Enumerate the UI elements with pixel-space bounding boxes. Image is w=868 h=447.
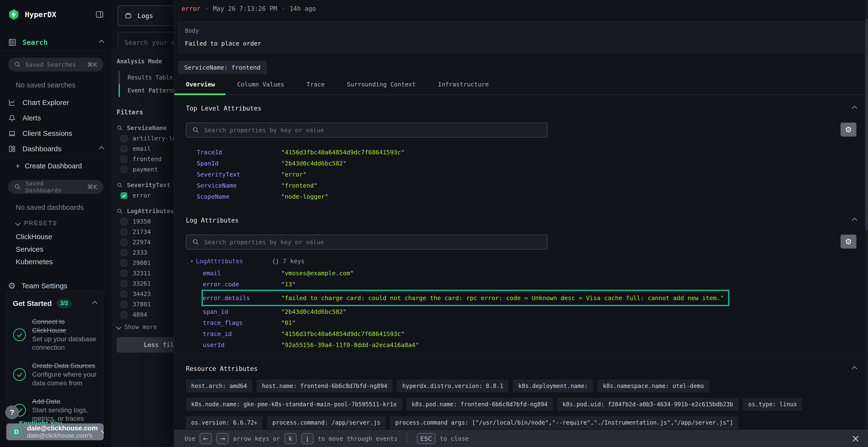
key-cap-k[interactable]: k <box>284 433 297 444</box>
collapse-section-icon[interactable] <box>852 218 858 223</box>
resource-attribute-chip[interactable]: k8s.pod.name: frontend-6b6c8d7bfd-ng894 <box>406 398 553 411</box>
scrollbar[interactable] <box>865 0 868 447</box>
attribute-value[interactable]: "error" <box>281 171 857 178</box>
properties-search-input[interactable]: Search properties by key or value <box>186 123 548 138</box>
resource-attribute-chip[interactable]: os.version: 6.6.72+ <box>186 416 263 429</box>
resource-attribute-chip[interactable]: process.command args: ["/usr/local/bin/n… <box>390 416 739 429</box>
attribute-key[interactable]: TraceId <box>197 149 281 156</box>
resource-attribute-chip[interactable]: hyperdx.distro.version: 0.8.1 <box>397 380 508 392</box>
checkbox[interactable] <box>121 156 127 163</box>
sidebar-item-chart-explorer[interactable]: Chart Explorer <box>0 95 112 110</box>
sidebar-item-alerts[interactable]: Alerts <box>0 110 112 126</box>
chevron-up-icon[interactable] <box>92 301 98 306</box>
collapse-section-icon[interactable] <box>852 106 858 111</box>
attribute-value[interactable]: "failed to charge card: could not charge… <box>281 295 724 302</box>
tab-surrounding-context[interactable]: Surrounding Context <box>347 81 416 94</box>
resource-attribute-chip[interactable]: k8s.namespace.name: otel-demo <box>597 380 709 392</box>
sidebar-collapse-icon[interactable] <box>95 10 104 19</box>
resource-attribute-chip[interactable]: os.type: linux <box>743 398 802 411</box>
user-card[interactable]: D dale@clickhouse.com dale@clickhouse.co… <box>6 423 104 440</box>
attribute-row[interactable]: userId"92a55156-39a4-11f0-8ddd-a2eca416a… <box>203 339 857 350</box>
attribute-key[interactable]: email <box>203 270 281 277</box>
attribute-row[interactable]: TraceId"4156d3fbc40a64854d9dc7f68641593c… <box>197 147 857 158</box>
checkbox[interactable] <box>121 249 127 256</box>
checkbox[interactable] <box>121 166 127 173</box>
key-cap-esc[interactable]: ESC <box>417 433 435 444</box>
checkbox[interactable] <box>121 301 127 308</box>
attribute-key[interactable]: userId <box>203 342 281 348</box>
key-cap-→[interactable]: → <box>217 433 228 444</box>
attribute-value[interactable]: "4156d3fbc40a64854d9dc7f68641593c" <box>281 331 857 337</box>
resource-attribute-chip[interactable]: host.name: frontend-6b6c8d7bfd-ng894 <box>256 380 393 392</box>
checkbox[interactable] <box>121 280 127 287</box>
attribute-value[interactable]: "frontend" <box>281 182 857 189</box>
presets-toggle[interactable]: PRESETS <box>0 220 112 227</box>
log-attributes-root[interactable]: ▾ LogAttributes {} 7 keys <box>190 258 857 265</box>
get-started-item[interactable]: Add DataStart sending logs, metrics, or … <box>13 397 97 423</box>
attribute-key[interactable]: trace_flags <box>203 319 281 326</box>
attribute-value[interactable]: "4156d3fbc40a64854d9dc7f68641593c" <box>281 149 857 156</box>
attribute-value[interactable]: "92a55156-39a4-11f0-8ddd-a2eca416a8a4" <box>281 342 857 348</box>
attribute-value[interactable]: "2b43d0c4dd6bc582" <box>281 308 857 315</box>
get-started-header[interactable]: Get Started 3/3 <box>13 299 97 308</box>
attribute-key[interactable]: SeverityText <box>197 171 281 178</box>
service-name-tag[interactable]: ServiceName: frontend <box>178 61 267 74</box>
chevron-up-icon[interactable] <box>99 146 104 152</box>
attributes-settings-button[interactable]: ⚙ <box>840 235 857 248</box>
chevron-up-icon[interactable] <box>99 40 104 45</box>
sidebar-item-client-sessions[interactable]: Client Sessions <box>0 126 112 141</box>
attribute-row[interactable]: trace_id"4156d3fbc40a64854d9dc7f68641593… <box>203 328 857 339</box>
attribute-key[interactable]: error.details <box>203 295 281 302</box>
key-cap-j[interactable]: j <box>301 433 313 444</box>
preset-item-services[interactable]: Services <box>0 243 112 255</box>
attribute-row[interactable]: span_id"2b43d0c4dd6bc582" <box>203 306 857 317</box>
checkbox[interactable] <box>121 291 127 298</box>
tab-column-values[interactable]: Column Values <box>237 81 284 94</box>
get-started-item[interactable]: Create Data SourcesConfigure where your … <box>13 362 97 387</box>
checkbox[interactable] <box>121 229 127 235</box>
resource-attribute-chip[interactable]: k8s.pod.uid: f284fb2d-a0b3-4634-991b-e2c… <box>557 398 739 411</box>
resource-attribute-chip[interactable]: k8s.deployment.name: <box>513 380 593 392</box>
attribute-key[interactable]: ServiceName <box>197 182 281 189</box>
checkbox[interactable] <box>121 192 127 199</box>
saved-searches-input[interactable]: Saved Searches ⌘K <box>8 58 103 72</box>
resource-attribute-chip[interactable]: k8s.node.name: gke-pme-k8s-standard-main… <box>186 398 402 411</box>
help-button[interactable]: ? <box>5 406 19 419</box>
checkbox[interactable] <box>121 311 127 318</box>
scrollbar-thumb[interactable] <box>865 18 868 230</box>
attribute-key[interactable]: ScopeName <box>197 193 281 200</box>
attribute-row[interactable]: error.code"13" <box>203 279 857 290</box>
tab-overview[interactable]: Overview <box>186 81 215 94</box>
attribute-value[interactable]: "vmoses@example.com" <box>281 270 857 277</box>
attribute-key[interactable]: SpanId <box>197 160 281 167</box>
attribute-value[interactable]: "2b43d0c4dd6bc582" <box>281 160 857 167</box>
checkbox[interactable] <box>121 270 127 277</box>
attributes-settings-button[interactable]: ⚙ <box>840 123 857 137</box>
attribute-row[interactable]: ServiceName"frontend" <box>197 180 857 191</box>
checkbox[interactable] <box>121 260 127 266</box>
attribute-key[interactable]: error.code <box>203 281 281 288</box>
attribute-value[interactable]: "13" <box>281 281 857 288</box>
properties-search-input[interactable]: Search properties by key or value <box>186 235 548 249</box>
sidebar-item-dashboards[interactable]: Dashboards <box>0 141 112 157</box>
checkbox[interactable] <box>121 218 127 225</box>
close-icon[interactable]: × <box>851 434 860 444</box>
attribute-row[interactable]: SeverityText"error" <box>197 169 857 180</box>
tab-infrastructure[interactable]: Infrastructure <box>438 81 489 94</box>
preset-item-kubernetes[interactable]: Kubernetes <box>0 256 112 268</box>
resource-attribute-chip[interactable]: host.arch: amd64 <box>186 380 252 392</box>
key-cap-←[interactable]: ← <box>199 433 212 444</box>
attribute-row[interactable]: ScopeName"node-logger" <box>197 191 857 202</box>
create-dashboard-button[interactable]: + Create Dashboard <box>0 157 112 175</box>
attribute-row[interactable]: SpanId"2b43d0c4dd6bc582" <box>197 158 857 169</box>
attribute-value[interactable]: "node-logger" <box>281 193 857 200</box>
checkbox[interactable] <box>121 239 127 246</box>
preset-item-clickhouse[interactable]: ClickHouse <box>0 231 112 243</box>
resource-attribute-chip[interactable]: process.command: /app/server.js <box>267 416 386 429</box>
attribute-key[interactable]: trace_id <box>203 331 281 337</box>
saved-dashboards-input[interactable]: Saved Dashboards ⌘K <box>8 180 103 194</box>
attribute-row[interactable]: trace_flags"01" <box>203 317 857 328</box>
checkbox[interactable] <box>121 135 127 142</box>
attribute-row[interactable]: email"vmoses@example.com" <box>203 268 857 279</box>
collapse-section-icon[interactable] <box>852 366 858 372</box>
